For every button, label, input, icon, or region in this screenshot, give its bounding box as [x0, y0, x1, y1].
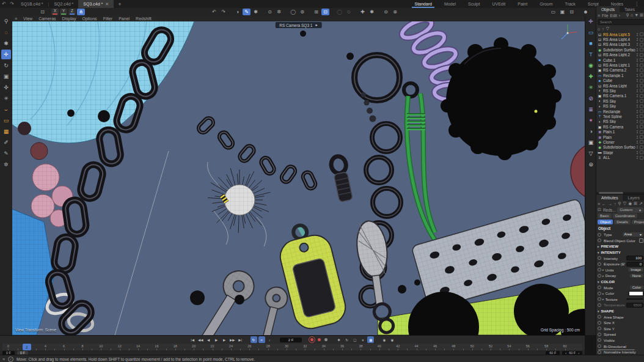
visibility-dots[interactable] [637, 110, 638, 113]
search-icon[interactable]: ⚲ [626, 13, 629, 18]
section-preview[interactable]: ▸PREVIEW [596, 243, 644, 249]
render-toggle[interactable] [640, 32, 643, 36]
visibility-dots[interactable] [637, 64, 638, 67]
search-icon[interactable]: ⚲ [618, 201, 621, 206]
visibility-dots[interactable] [637, 151, 638, 154]
keyframe-dot[interactable] [598, 344, 601, 348]
object-row[interactable]: ■ Cube [596, 78, 644, 83]
intensity-control[interactable]: 100 [626, 256, 643, 260]
magnet-options-icon[interactable]: ✱ [368, 9, 376, 15]
section-color[interactable]: ▾COLOR [596, 279, 644, 285]
rotate-tool-icon[interactable]: ↻ [1, 61, 11, 70]
render-toggle[interactable] [640, 150, 643, 154]
visibility-dots[interactable] [637, 156, 638, 159]
render-toggle[interactable] [640, 156, 643, 160]
render-toggle[interactable] [640, 68, 643, 72]
attr-tab-project[interactable]: Project [632, 220, 644, 224]
object-row[interactable]: ◐ RS Sky [596, 88, 644, 93]
spline-pen-icon[interactable]: ▭ [586, 28, 596, 37]
delete-tool-icon[interactable]: ⊗ [391, 9, 399, 15]
key-position-icon[interactable]: ✚ [335, 336, 342, 343]
visibility-dots[interactable] [637, 74, 638, 77]
render-toggle[interactable] [640, 43, 643, 46]
exposure-ev--control[interactable]: 0 [626, 262, 643, 267]
objects-more-menu[interactable]: › [619, 13, 620, 18]
attr-tab-details[interactable]: Details [614, 220, 630, 224]
object-row[interactable]: ⊡ RS Area Light.3 [596, 42, 644, 47]
objects-menu-icon[interactable]: ≡ [598, 13, 600, 18]
pen-tool-icon[interactable]: ✎ [1, 149, 11, 158]
undo-tool-icon[interactable]: ↶ [210, 9, 218, 15]
keyframe-dot[interactable] [598, 297, 601, 301]
play-icon[interactable]: ▶ [213, 336, 220, 343]
menu-icon[interactable]: ≡ [598, 202, 600, 206]
axis-gizmo[interactable] [559, 23, 580, 42]
live-selection-icon[interactable]: ◌ [1, 28, 11, 37]
brush-tool-icon[interactable]: ✎ [243, 9, 251, 15]
visibility-dots[interactable] [637, 33, 638, 36]
sound-toggle-icon[interactable]: ♪ [266, 336, 273, 343]
user-avatar-icon[interactable]: ☻ [582, 9, 590, 15]
point-grid-tool-icon[interactable]: ▦ [1, 127, 11, 136]
visibility-dots[interactable] [637, 68, 638, 72]
goto-end-icon[interactable]: ▶| [237, 336, 244, 343]
object-row[interactable]: ▭ Rectangle [596, 109, 644, 114]
document-tab[interactable]: SQ1B.c4d * [16, 0, 48, 8]
render-toggle[interactable] [640, 120, 643, 124]
document-tab[interactable]: SQ2.c4d * [49, 0, 78, 8]
shading-toggle-icon[interactable]: ◑ [233, 9, 241, 15]
decay-control[interactable]: None [630, 274, 643, 278]
render-toggle[interactable] [640, 94, 643, 98]
axis-lock-x[interactable]: X [51, 9, 59, 15]
keyframe-dot[interactable] [598, 262, 601, 266]
render-toggle[interactable] [640, 125, 643, 128]
layout-tab-model[interactable]: Model [438, 0, 462, 8]
document-tab[interactable]: SQ3.c4d *✕ [78, 0, 114, 8]
object-row[interactable]: T Text Spline [596, 114, 644, 119]
render-toggle[interactable] [640, 114, 643, 118]
current-frame-field[interactable]: 2 F [280, 338, 302, 342]
status-menu-icon[interactable]: ≡ [2, 357, 5, 361]
visibility-dots[interactable] [637, 48, 638, 51]
forward-icon[interactable]: → [608, 202, 612, 206]
magnet-points-tool-icon[interactable]: ✲ [1, 160, 11, 169]
render-view-icon[interactable]: ▭ [549, 9, 557, 15]
render-toggle[interactable] [640, 84, 643, 87]
viewport-menu-cameras[interactable]: Cameras [38, 17, 56, 21]
keyframe-dot[interactable] [598, 321, 601, 325]
home-icon[interactable]: ⌂ [631, 13, 633, 18]
visibility-dots[interactable] [637, 105, 638, 108]
keyframe-dot[interactable] [598, 327, 601, 330]
autokey-button[interactable] [317, 337, 322, 342]
knife-tool-icon[interactable]: ✐ [1, 138, 11, 147]
layout-tab-standard[interactable]: Standard [408, 0, 437, 8]
visibility-dots[interactable] [637, 43, 638, 46]
viewport-menu-display[interactable]: Display [62, 17, 76, 21]
guide-a-icon[interactable]: ◯ [335, 9, 343, 15]
keyframe-dot[interactable] [598, 292, 601, 295]
transform-tool-icon[interactable]: ✜ [1, 83, 11, 92]
parent-up-icon[interactable]: ↑ [602, 27, 604, 31]
object-row[interactable]: ◐ RS Sky [596, 119, 644, 124]
layout-tab-groom[interactable]: Groom [533, 0, 558, 8]
loop-playback-icon[interactable]: ↻ [251, 336, 257, 343]
up-icon[interactable]: ↑ [614, 202, 617, 206]
axis-lock-z[interactable]: Z [68, 9, 76, 15]
spline-rect-tool-icon[interactable]: ▭ [1, 116, 11, 125]
visibility-dots[interactable] [637, 79, 638, 82]
object-row[interactable]: ◐ RS Sky [596, 103, 644, 108]
object-row[interactable]: ◐ RS Sky [596, 98, 644, 103]
viewport-menu-panel[interactable]: Panel [119, 17, 130, 21]
selection-options-icon[interactable]: ✱ [1, 39, 11, 48]
panel-tab-layers[interactable]: Layers [623, 194, 644, 201]
object-row[interactable]: ⊡ RS Area Light [596, 83, 644, 88]
object-row[interactable]: ▣ RS Camera [596, 124, 644, 129]
next-key-icon[interactable]: ▶▶ [229, 336, 236, 343]
text-spline-create-icon[interactable]: T [586, 50, 596, 59]
object-row[interactable]: ≡ ALL [596, 155, 644, 160]
visibility-dots[interactable] [637, 84, 638, 87]
viewport-canvas[interactable] [12, 21, 585, 335]
redo-icon[interactable]: ↷ [8, 1, 16, 7]
viewport-menu-icon[interactable]: ≡ [15, 17, 17, 21]
key-parameter-icon[interactable]: ≡ [359, 336, 366, 343]
